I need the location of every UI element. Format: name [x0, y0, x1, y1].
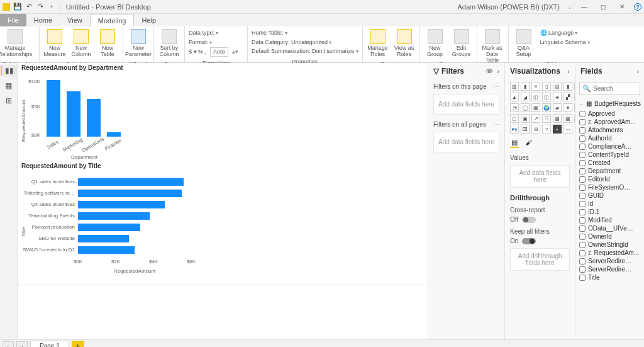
hundred-bar-icon[interactable]: ▤ [553, 82, 562, 91]
fields-well-icon[interactable]: ▤ [510, 139, 519, 148]
decomposition-icon[interactable]: ⊟ [531, 125, 540, 134]
funnel-icon[interactable]: ▼ [564, 103, 572, 112]
line-clustered-icon[interactable]: ◫ [542, 93, 551, 101]
currency-buttons[interactable]: $ ▾ % , [189, 48, 206, 56]
field-checkbox[interactable] [579, 234, 586, 240]
field-item[interactable]: AuthorId [579, 134, 640, 142]
field-checkbox[interactable] [579, 176, 586, 183]
tab-help[interactable]: Help [134, 14, 164, 26]
field-checkbox[interactable] [579, 160, 586, 166]
help-icon[interactable]: ? [634, 3, 641, 11]
field-checkbox[interactable] [579, 111, 586, 117]
map-icon[interactable]: 🌍 [542, 103, 551, 112]
field-item[interactable]: OwnerId [579, 232, 640, 241]
field-checkbox[interactable] [579, 144, 586, 150]
field-checkbox[interactable] [579, 127, 586, 134]
area-chart-icon[interactable]: ▲ [510, 93, 519, 101]
more-visuals-icon[interactable]: ⋯ [564, 125, 572, 134]
field-item[interactable]: ContentTypeId [579, 151, 640, 159]
new-group-button[interactable]: New Group [423, 28, 448, 59]
field-item[interactable]: Id [579, 200, 640, 208]
chart-requestedamount-by-title[interactable]: RequestedAmount by Title Title Q1 sales … [21, 162, 210, 282]
field-item[interactable]: ΣRequestedAm... [579, 249, 640, 257]
matrix-icon[interactable]: ▦ [564, 114, 572, 123]
field-checkbox[interactable] [579, 275, 586, 281]
ribbon-chart-icon[interactable]: ◈ [553, 93, 562, 101]
mark-date-table-button[interactable]: Mark as Date Table [480, 28, 505, 65]
field-item[interactable]: ID.1 [579, 208, 640, 216]
eye-icon[interactable]: 👁 [486, 67, 493, 75]
data-type-dropdown[interactable]: Data type: [189, 29, 218, 37]
treemap-icon[interactable]: ▦ [531, 103, 540, 112]
filters-on-page-drop[interactable]: Add data fields here [433, 94, 499, 115]
field-table-budgetrequests[interactable]: ⌄ ▦ BudgetRequests [575, 98, 644, 110]
save-icon[interactable]: 💾 [14, 3, 21, 11]
language-dropdown[interactable]: 🌐 Language [540, 29, 590, 37]
values-drop[interactable]: Add data fields here [510, 165, 570, 188]
more-icon[interactable]: ⋯ [493, 121, 499, 128]
new-column-button[interactable]: New Column [69, 28, 94, 59]
filled-map-icon[interactable]: ▰ [553, 103, 562, 112]
report-canvas[interactable]: RequestedAmount by Department RequestedA… [18, 63, 428, 339]
new-table-button[interactable]: New Table [95, 28, 120, 59]
drillthrough-drop[interactable]: Add drillthrough fields here [510, 248, 570, 271]
field-item[interactable]: ComplianceAs... [579, 142, 640, 151]
close-button[interactable]: ✕ [613, 3, 631, 10]
chevron-down-icon[interactable]: ⌄ [567, 4, 572, 10]
edit-groups-button[interactable]: Edit Groups [449, 28, 474, 59]
waterfall-icon[interactable]: ▞ [564, 93, 572, 101]
report-view-icon[interactable]: ▮▮ [1, 65, 17, 76]
page-tab-1[interactable]: Page 1 [30, 341, 69, 347]
chevron-right-icon[interactable]: › [567, 67, 570, 75]
new-measure-button[interactable]: New Measure [42, 28, 67, 59]
search-input[interactable] [593, 85, 637, 92]
python-visual-icon[interactable]: Py [510, 125, 519, 134]
clustered-column-icon[interactable]: ▯ [542, 82, 551, 91]
format-dropdown[interactable]: Format: [189, 38, 212, 47]
manage-relationships-button[interactable]: Manage Relationships [3, 28, 28, 59]
field-item[interactable]: Approved [579, 110, 640, 118]
default-summarization-dropdown[interactable]: Default Summarization: Don't summarize [252, 47, 358, 55]
undo-icon[interactable]: ↶ [25, 3, 33, 11]
stacked-bar-icon[interactable]: ▥ [510, 82, 519, 91]
field-item[interactable]: FileSystemObj... [579, 183, 640, 191]
card-icon[interactable]: ▢ [510, 114, 519, 123]
qa-setup-button[interactable]: Q&A Setup [511, 28, 536, 59]
tab-view[interactable]: View [60, 14, 90, 26]
page-next-button[interactable]: › [16, 341, 28, 348]
decimal-stepper-icon[interactable]: ▴▾ [232, 48, 238, 56]
maximize-button[interactable]: ◻ [594, 3, 613, 10]
user-account[interactable]: Adam Wilson (POWER BI) (DXT) [457, 3, 560, 11]
cross-report-toggle[interactable] [522, 217, 536, 223]
field-checkbox[interactable] [579, 266, 586, 273]
redo-icon[interactable]: ↷ [36, 3, 44, 11]
page-prev-button[interactable]: ‹ [3, 341, 14, 348]
field-item[interactable]: Created [579, 159, 640, 167]
tab-file[interactable]: File [0, 14, 26, 26]
view-as-roles-button[interactable]: View as Roles [392, 28, 417, 59]
qat-dropdown-icon[interactable]: ▾ [48, 3, 55, 11]
decimal-auto[interactable]: Auto [210, 47, 228, 57]
fields-search[interactable]: 🔍 [579, 82, 640, 95]
clustered-bar-icon[interactable]: ≡ [531, 82, 540, 91]
field-item[interactable]: ServerRedirec... [579, 257, 640, 265]
chevron-right-icon[interactable]: › [636, 67, 639, 75]
data-view-icon[interactable]: ▦ [3, 81, 14, 91]
field-checkbox[interactable] [579, 168, 586, 174]
field-checkbox[interactable] [579, 217, 586, 224]
field-item[interactable]: OData__UIVer... [579, 224, 640, 232]
table-icon[interactable]: ▦ [553, 114, 562, 123]
slicer-icon[interactable]: ☰ [542, 114, 551, 123]
field-checkbox[interactable] [579, 201, 586, 207]
chart-requestedamount-by-department[interactable]: RequestedAmount by Department RequestedA… [21, 64, 197, 159]
home-table-dropdown[interactable]: Home Table: [252, 29, 287, 37]
field-checkbox[interactable] [579, 258, 586, 265]
tab-home[interactable]: Home [26, 14, 60, 26]
more-icon[interactable]: ⋯ [493, 83, 499, 90]
field-item[interactable]: Modified [579, 216, 640, 224]
new-parameter-button[interactable]: New Parameter [126, 28, 151, 59]
chevron-right-icon[interactable]: › [497, 67, 499, 75]
field-checkbox[interactable] [579, 193, 586, 199]
minimize-button[interactable]: — [575, 3, 594, 10]
field-item[interactable]: Attachments [579, 126, 640, 134]
